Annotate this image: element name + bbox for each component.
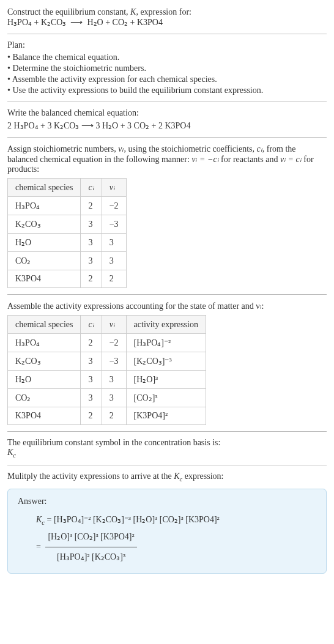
unbalanced-equation: H₃PO₄ + K₂CO₃ ⟶ H₂O + CO₂ + K3PO4: [7, 18, 163, 27]
plan-item: • Balance the chemical equation.: [7, 53, 327, 62]
cell: 3: [102, 389, 126, 407]
intro: Construct the equilibrium constant, K, e…: [7, 7, 327, 28]
eq-lhs: H₃PO₄ + K₂CO₃: [7, 18, 66, 27]
answer-label: Answer:: [18, 497, 316, 506]
stoich-table: chemical species cᵢ νᵢ H₃PO₄2−2 K₂CO₃3−3…: [7, 178, 127, 288]
cell: 3: [81, 215, 102, 234]
cell: CO₂: [8, 252, 81, 270]
activity-title: Assemble the activity expressions accoun…: [7, 301, 327, 311]
K: K: [174, 472, 179, 481]
cell: H₂O: [8, 371, 81, 389]
stoich-text: Assign stoichiometric numbers, νᵢ, using…: [7, 144, 327, 174]
cell: K₂CO₃: [8, 215, 81, 234]
balanced-section: Write the balanced chemical equation: 2 …: [7, 108, 327, 131]
table-row: K₂CO₃3−3[K₂CO₃]⁻³: [8, 352, 206, 371]
cell: H₂O: [8, 234, 81, 252]
col-species: chemical species: [8, 179, 81, 197]
plan-section: Plan: • Balance the chemical equation. •…: [7, 40, 327, 95]
cell: K3PO4: [8, 270, 81, 288]
cell: [K₂CO₃]⁻³: [126, 352, 206, 371]
equals: =: [36, 542, 43, 551]
col-ci: cᵢ: [81, 179, 102, 197]
text: expression:: [182, 472, 223, 481]
arrow-icon: ⟶: [70, 18, 83, 27]
divider: [7, 431, 327, 432]
table-row: H₂O33: [8, 234, 127, 252]
divider: [7, 294, 327, 295]
cell: −2: [102, 334, 126, 352]
multiply-section: Mulitply the activity expressions to arr…: [7, 472, 327, 483]
divider: [7, 102, 327, 102]
cell: 3: [81, 352, 102, 371]
cell: −3: [102, 352, 126, 371]
table-row: K3PO422: [8, 270, 127, 288]
eq-rhs: H₂O + CO₂ + K3PO4: [87, 18, 162, 27]
denominator: [H₃PO₄]² [K₂CO₃]³: [45, 547, 136, 566]
col-expr: activity expression: [126, 316, 206, 334]
cell: 2: [81, 270, 102, 288]
divider: [7, 137, 327, 138]
cell: [K3PO4]²: [126, 407, 206, 425]
cell: 2: [102, 407, 126, 425]
cell: [H₂O]³: [126, 371, 206, 389]
plan-item: • Use the activity expressions to build …: [7, 86, 327, 95]
table-row: H₂O33[H₂O]³: [8, 371, 206, 389]
text: , using the stoichiometric coefficients,: [124, 144, 256, 154]
activity-table: chemical species cᵢ νᵢ activity expressi…: [7, 315, 206, 425]
eq-line2: = [H₂O]³ [CO₂]³ [K3PO4]² [H₃PO₄]² [K₂CO₃…: [36, 542, 139, 551]
col-species: chemical species: [8, 316, 81, 334]
cell: 3: [81, 371, 102, 389]
cell: 3: [81, 252, 102, 270]
cell: 3: [81, 234, 102, 252]
cell: −2: [102, 197, 126, 215]
cell: 3: [102, 252, 126, 270]
plan-item: • Assemble the activity expression for e…: [7, 75, 327, 84]
cell: −3: [102, 215, 126, 234]
cell: K3PO4: [8, 407, 81, 425]
K: K: [36, 515, 42, 524]
ci-symbol: cᵢ: [257, 144, 262, 154]
cell: [CO₂]³: [126, 389, 206, 407]
table-row: K₂CO₃3−3: [8, 215, 127, 234]
table-header-row: chemical species cᵢ νᵢ activity expressi…: [8, 316, 206, 334]
col-nu: νᵢ: [102, 179, 126, 197]
relation: νᵢ = cᵢ: [280, 155, 302, 164]
K-symbol: K: [130, 7, 136, 17]
col-ci: cᵢ: [81, 316, 102, 334]
intro-text: Construct the equilibrium constant,: [7, 7, 130, 17]
cell: 3: [81, 389, 102, 407]
cell: CO₂: [8, 389, 81, 407]
table-row: CO₂33: [8, 252, 127, 270]
eqconst-section: The equilibrium constant symbol in the c…: [7, 438, 327, 459]
eq-line1: = [H₃PO₄]⁻² [K₂CO₃]⁻³ [H₂O]³ [CO₂]³ [K3P…: [45, 515, 220, 524]
K: K: [7, 448, 13, 457]
table-row: H₃PO₄2−2: [8, 197, 127, 215]
relation: νᵢ = −cᵢ: [191, 155, 218, 164]
divider: [7, 34, 327, 34]
cell: 2: [81, 334, 102, 352]
cell: 3: [102, 234, 126, 252]
fraction: [H₂O]³ [CO₂]³ [K3PO4]² [H₃PO₄]² [K₂CO₃]³: [45, 528, 136, 566]
cell: 2: [81, 197, 102, 215]
c-sub: c: [13, 452, 16, 459]
plan-title: Plan:: [7, 40, 327, 50]
cell: [H₃PO₄]⁻²: [126, 334, 206, 352]
plan-list: • Balance the chemical equation. • Deter…: [7, 53, 327, 95]
answer-equation: Kc = [H₃PO₄]⁻² [K₂CO₃]⁻³ [H₂O]³ [CO₂]³ […: [36, 511, 316, 566]
balanced-equation: 2 H₃PO₄ + 3 K₂CO₃ ⟶ 3 H₂O + 3 CO₂ + 2 K3…: [7, 120, 327, 131]
stoich-section: Assign stoichiometric numbers, νᵢ, using…: [7, 144, 327, 288]
col-nu: νᵢ: [102, 316, 126, 334]
cell: 3: [102, 371, 126, 389]
table-row: K3PO422[K3PO4]²: [8, 407, 206, 425]
text: Mulitply the activity expressions to arr…: [7, 472, 174, 481]
cell: H₃PO₄: [8, 334, 81, 352]
table-header-row: chemical species cᵢ νᵢ: [8, 179, 127, 197]
text: Assign stoichiometric numbers,: [7, 144, 118, 154]
Kc-symbol: Kc: [7, 448, 327, 459]
cell: 2: [102, 270, 126, 288]
divider: [7, 465, 327, 465]
table-row: CO₂33[CO₂]³: [8, 389, 206, 407]
cell: K₂CO₃: [8, 352, 81, 371]
cell: H₃PO₄: [8, 197, 81, 215]
plan-item: • Determine the stoichiometric numbers.: [7, 64, 327, 73]
